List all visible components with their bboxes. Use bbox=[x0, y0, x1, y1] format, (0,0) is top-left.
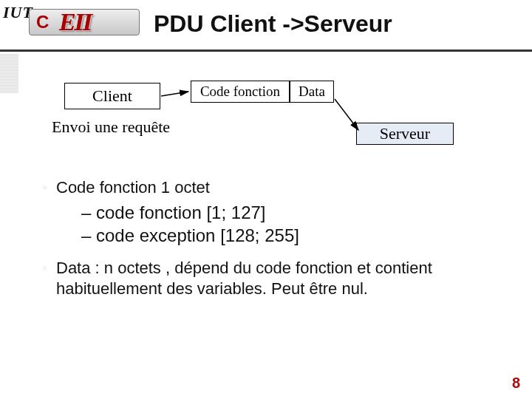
client-label: Client bbox=[92, 86, 132, 106]
code-fonction-label: Code fonction bbox=[200, 83, 280, 100]
logo-block: IUT C EII bbox=[3, 3, 143, 37]
sub-bullet-range2: – code exception [128; 255] bbox=[81, 224, 501, 247]
svg-line-0 bbox=[161, 92, 188, 96]
logo-letters-eii: EII bbox=[59, 8, 91, 36]
bullet-text: Code fonction 1 octet bbox=[56, 177, 501, 198]
svg-line-1 bbox=[335, 99, 358, 130]
envoi-text: Envoi une requête bbox=[52, 117, 170, 137]
bullet-icon: ▫ bbox=[43, 181, 56, 198]
bullet-code-fonction: ▫ Code fonction 1 octet bbox=[43, 177, 501, 198]
bullet-icon: ▫ bbox=[43, 262, 56, 299]
logo-letter-c: C bbox=[36, 12, 49, 33]
slide-title: PDU Client ->Serveur bbox=[154, 10, 392, 38]
serveur-label: Serveur bbox=[380, 124, 430, 143]
slide-body: ▫ Code fonction 1 octet – code fonction … bbox=[43, 177, 501, 302]
bullet-data: ▫ Data : n octets , dépend du code fonct… bbox=[43, 258, 501, 299]
code-fonction-box: Code fonction bbox=[191, 81, 290, 103]
decorative-strip bbox=[0, 54, 18, 93]
data-label: Data bbox=[299, 83, 325, 100]
serveur-box: Serveur bbox=[356, 123, 454, 145]
data-box: Data bbox=[290, 81, 334, 103]
page-number: 8 bbox=[512, 375, 520, 392]
sub-bullet-range1: – code fonction [1; 127] bbox=[81, 201, 501, 224]
logo-badge: C EII bbox=[29, 9, 140, 35]
client-box: Client bbox=[64, 83, 160, 109]
title-underline bbox=[0, 50, 532, 52]
bullet-text: Data : n octets , dépend du code fonctio… bbox=[56, 258, 501, 299]
